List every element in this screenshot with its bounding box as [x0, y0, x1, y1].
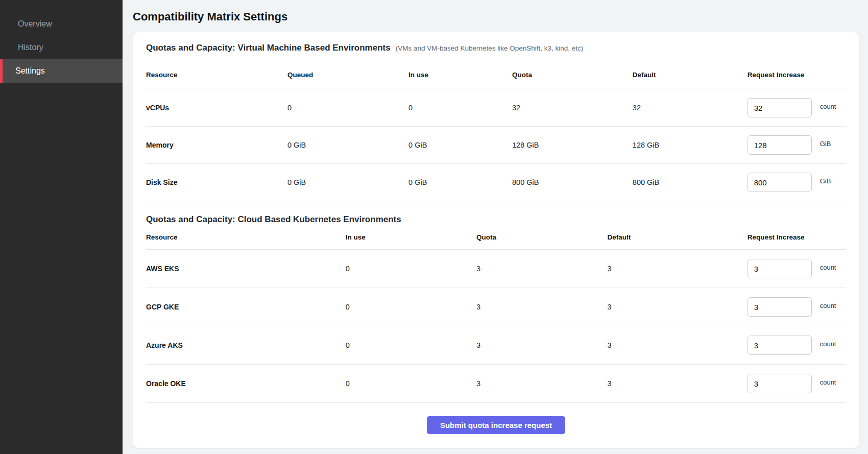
queued-value: 0 — [287, 104, 408, 112]
table-row-azure-aks: Azure AKS 0 3 3 count — [146, 326, 846, 365]
resource-label: AWS EKS — [146, 265, 346, 273]
page-title: Compatibility Matrix Settings — [133, 9, 859, 25]
request-increase-cell: count — [748, 374, 846, 393]
sidebar: Overview History Settings — [0, 0, 123, 454]
default-value: 800 GiB — [633, 178, 748, 186]
vm-table-header: Resource Queued In use Quota Default Req… — [146, 61, 846, 89]
unit-label: GiB — [820, 177, 831, 185]
unit-label: count — [820, 264, 836, 271]
request-increase-input-disk-size[interactable] — [748, 173, 812, 192]
vm-col-queued: Queued — [287, 71, 408, 79]
cloud-section-header: Quotas and Capacity: Cloud Based Kuberne… — [146, 214, 846, 225]
request-increase-input-vcpus[interactable] — [748, 98, 812, 117]
cloud-table-header: Resource In use Quota Default Request In… — [146, 225, 846, 250]
submit-row: Submit quota increase request — [146, 416, 846, 434]
table-row-gcp-gke: GCP GKE 0 3 3 count — [146, 288, 846, 326]
resource-label: Oracle OKE — [146, 379, 346, 388]
quota-value: 32 — [512, 104, 633, 112]
quota-value: 800 GiB — [512, 178, 633, 186]
quota-value: 3 — [476, 265, 607, 273]
request-increase-cell: GiB — [748, 173, 846, 192]
request-increase-cell: count — [748, 98, 846, 117]
unit-label: count — [820, 302, 836, 309]
request-increase-input-oracle-oke[interactable] — [748, 374, 812, 393]
cloud-section-title: Quotas and Capacity: Cloud Based Kuberne… — [146, 214, 401, 225]
resource-label: Azure AKS — [146, 341, 346, 349]
unit-label: count — [820, 340, 836, 348]
quota-value: 128 GiB — [512, 141, 633, 149]
default-value: 32 — [633, 104, 748, 112]
main-content: Compatibility Matrix Settings Quotas and… — [123, 0, 868, 454]
table-row-aws-eks: AWS EKS 0 3 3 count — [146, 250, 846, 288]
quota-value: 3 — [476, 379, 607, 388]
resource-label: Memory — [146, 141, 287, 149]
request-increase-cell: GiB — [748, 135, 846, 155]
request-increase-input-memory[interactable] — [748, 135, 812, 155]
table-row-vcpus: vCPUs 0 0 32 32 count — [146, 89, 846, 127]
quota-value: 3 — [476, 341, 607, 349]
unit-label: GiB — [820, 140, 831, 148]
submit-quota-increase-button[interactable]: Submit quota increase request — [427, 416, 565, 434]
request-increase-input-gcp-gke[interactable] — [748, 297, 812, 317]
resource-label: Disk Size — [146, 178, 287, 186]
cloud-col-quota: Quota — [476, 233, 607, 241]
resource-label: vCPUs — [146, 104, 287, 112]
vm-section-title: Quotas and Capacity: Virtual Machine Bas… — [146, 42, 391, 54]
unit-label: count — [820, 378, 836, 386]
vm-col-default: Default — [633, 71, 748, 79]
vm-col-request-increase: Request Increase — [748, 71, 846, 79]
queued-value: 0 GiB — [287, 178, 408, 186]
request-increase-cell: count — [748, 336, 846, 355]
in-use-value: 0 GiB — [408, 141, 512, 149]
sidebar-item-overview[interactable]: Overview — [0, 12, 123, 36]
vm-section-header: Quotas and Capacity: Virtual Machine Bas… — [146, 42, 846, 54]
vm-col-in-use: In use — [408, 71, 512, 79]
settings-card: Quotas and Capacity: Virtual Machine Bas… — [133, 32, 859, 448]
in-use-value: 0 GiB — [408, 178, 512, 186]
vm-col-quota: Quota — [512, 71, 633, 79]
table-row-memory: Memory 0 GiB 0 GiB 128 GiB 128 GiB GiB — [146, 127, 846, 164]
default-value: 3 — [607, 303, 747, 311]
cloud-col-in-use: In use — [346, 233, 476, 241]
vm-section-subtitle: (VMs and VM-based Kubernetes like OpenSh… — [396, 44, 584, 52]
in-use-value: 0 — [346, 341, 476, 349]
queued-value: 0 GiB — [287, 141, 408, 149]
request-increase-input-aws-eks[interactable] — [748, 259, 812, 278]
default-value: 3 — [607, 341, 747, 349]
request-increase-cell: count — [748, 259, 846, 278]
in-use-value: 0 — [346, 379, 476, 388]
default-value: 3 — [607, 265, 747, 273]
cloud-col-resource: Resource — [146, 233, 346, 241]
resource-label: GCP GKE — [146, 303, 346, 311]
cloud-col-default: Default — [607, 233, 747, 241]
vm-col-resource: Resource — [146, 71, 287, 79]
quota-value: 3 — [476, 303, 607, 311]
in-use-value: 0 — [346, 265, 476, 273]
sidebar-item-settings[interactable]: Settings — [0, 59, 123, 83]
default-value: 128 GiB — [633, 141, 748, 149]
in-use-value: 0 — [346, 303, 476, 311]
sidebar-item-history[interactable]: History — [0, 36, 123, 59]
table-row-disk-size: Disk Size 0 GiB 0 GiB 800 GiB 800 GiB Gi… — [146, 164, 846, 201]
in-use-value: 0 — [408, 104, 512, 112]
default-value: 3 — [607, 379, 747, 388]
request-increase-cell: count — [748, 297, 846, 317]
table-row-oracle-oke: Oracle OKE 0 3 3 count — [146, 365, 846, 403]
unit-label: count — [820, 103, 836, 110]
cloud-col-request-increase: Request Increase — [748, 233, 846, 241]
request-increase-input-azure-aks[interactable] — [748, 336, 812, 355]
